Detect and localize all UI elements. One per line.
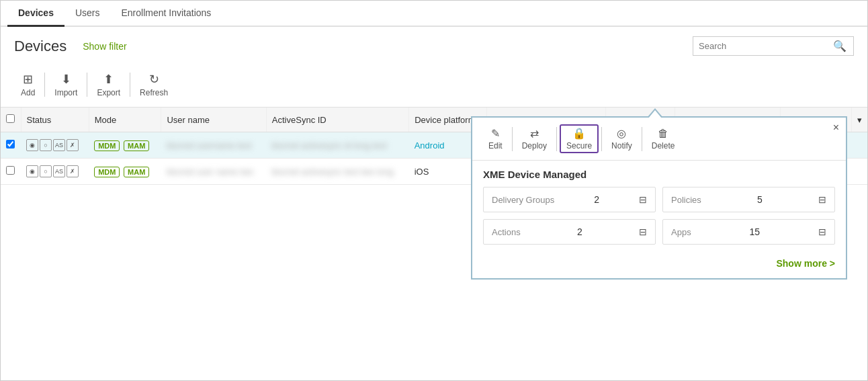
apps-count: 15 <box>750 226 761 237</box>
search-icon[interactable]: 🔍 <box>833 40 847 52</box>
import-button[interactable]: ⬇ Import <box>48 69 84 100</box>
row2-checkbox-cell[interactable] <box>1 159 21 185</box>
popup-divider-2 <box>556 127 557 151</box>
row1-extra <box>852 132 868 159</box>
policies-icon: ⊟ <box>818 194 826 205</box>
page-header: Devices Show filter 🔍 <box>1 27 867 65</box>
badge-mam: MAM <box>124 140 149 151</box>
popup-deploy-button[interactable]: ⇄ Deploy <box>515 124 554 153</box>
delivery-groups-count: 2 <box>594 194 599 205</box>
header-status: Status <box>21 108 89 132</box>
popup-edit-button[interactable]: ✎ Edit <box>482 124 509 153</box>
row1-mode: MDM MAM <box>89 132 161 159</box>
popup-cards-grid: Delivery Groups 2 ⊟ Policies 5 ⊟ Actions… <box>472 187 846 251</box>
delivery-groups-card[interactable]: Delivery Groups 2 ⊟ <box>483 187 656 212</box>
add-icon: ⊞ <box>23 72 33 87</box>
export-icon: ⬆ <box>103 72 114 87</box>
policies-label: Policies <box>671 195 701 205</box>
export-label: Export <box>97 88 120 97</box>
badge-mdm: MDM <box>94 140 120 151</box>
row1-activesync-id: blurred activesync id long text <box>266 132 408 159</box>
row2-activesync-id: blurred activesync text two long <box>266 159 408 185</box>
delete-label: Delete <box>652 141 675 151</box>
status-icon-2: ○ <box>40 139 52 151</box>
popup-title: XME Device Managed <box>472 161 846 187</box>
show-more-link[interactable]: Show more > <box>776 258 835 269</box>
popup-divider-4 <box>642 127 642 151</box>
row1-username: blurred username text <box>161 132 266 159</box>
row1-status: ◉ ○ AS ✗ <box>21 132 89 159</box>
policies-card[interactable]: Policies 5 ⊟ <box>662 187 835 212</box>
refresh-button[interactable]: ↻ Refresh <box>133 69 175 100</box>
status-icon-4: ✗ <box>67 139 79 151</box>
status-icon-3: AS <box>53 139 65 151</box>
row2-mode: MDM MAM <box>89 159 161 185</box>
status-icon-5: ◉ <box>26 165 38 177</box>
header-select-all[interactable] <box>1 108 21 132</box>
status-icon-7: AS <box>53 165 65 177</box>
popup-secure-button[interactable]: 🔒 Secure <box>560 124 599 153</box>
row1-checkbox[interactable] <box>6 140 15 149</box>
policies-count: 5 <box>757 194 763 205</box>
popup-divider-1 <box>512 127 513 151</box>
deploy-icon: ⇄ <box>530 127 539 140</box>
popup-toolbar: ✎ Edit ⇄ Deploy 🔒 Secure ◎ Notify 🗑 Dele… <box>472 118 846 161</box>
page-title: Devices <box>14 38 67 55</box>
tab-devices[interactable]: Devices <box>7 1 64 27</box>
import-icon: ⬇ <box>61 72 71 87</box>
row2-extra <box>852 159 868 185</box>
row2-username: blurred user name two <box>161 159 266 185</box>
device-detail-popup: × ✎ Edit ⇄ Deploy 🔒 Secure ◎ Notify <box>471 116 847 280</box>
header-mode: Mode <box>89 108 161 132</box>
popup-notify-button[interactable]: ◎ Notify <box>605 124 639 153</box>
android-link[interactable]: Android <box>415 140 445 151</box>
row2-checkbox[interactable] <box>6 166 15 175</box>
export-button[interactable]: ⬆ Export <box>90 69 127 100</box>
apps-icon: ⊟ <box>818 226 826 237</box>
status-icon-6: ○ <box>40 165 52 177</box>
apps-label: Apps <box>671 227 691 237</box>
delete-icon: 🗑 <box>658 128 668 140</box>
show-filter-link[interactable]: Show filter <box>83 41 126 52</box>
popup-arrow-inner <box>648 110 662 118</box>
toolbar-divider-2 <box>87 73 87 97</box>
edit-icon: ✎ <box>491 127 500 140</box>
row1-checkbox-cell[interactable] <box>1 132 21 159</box>
top-navigation: Devices Users Enrollment Invitations <box>1 1 867 27</box>
popup-close-button[interactable]: × <box>833 122 839 134</box>
add-label: Add <box>21 88 35 97</box>
row1-status-icons: ◉ ○ AS ✗ <box>26 139 83 151</box>
actions-label: Actions <box>492 227 521 237</box>
delivery-groups-label: Delivery Groups <box>492 195 554 205</box>
header-username: User name <box>161 108 266 132</box>
toolbar-divider-1 <box>44 73 45 97</box>
refresh-label: Refresh <box>140 88 168 97</box>
header-more[interactable]: ▾ <box>852 108 868 132</box>
popup-divider-3 <box>601 127 602 151</box>
notify-icon: ◎ <box>617 127 626 140</box>
import-label: Import <box>54 88 77 97</box>
toolbar-divider-3 <box>130 73 130 97</box>
delivery-groups-icon: ⊟ <box>639 194 647 205</box>
apps-card[interactable]: Apps 15 ⊟ <box>662 219 835 245</box>
status-icon-1: ◉ <box>26 139 38 151</box>
actions-icon: ⊟ <box>639 226 647 237</box>
header-activesync-id: ActiveSync ID <box>266 108 408 132</box>
main-toolbar: ⊞ Add ⬇ Import ⬆ Export ↻ Refresh <box>1 65 867 108</box>
status-icon-8: ✗ <box>67 165 79 177</box>
badge-mdm-2: MDM <box>94 167 120 177</box>
tab-users[interactable]: Users <box>64 1 111 27</box>
select-all-checkbox[interactable] <box>6 114 15 123</box>
notify-label: Notify <box>611 141 632 151</box>
search-box: 🔍 <box>693 36 854 56</box>
add-button[interactable]: ⊞ Add <box>14 69 42 100</box>
popup-delete-button[interactable]: 🗑 Delete <box>645 125 682 153</box>
row2-status-icons: ◉ ○ AS ✗ <box>26 165 83 177</box>
deploy-label: Deploy <box>522 141 547 151</box>
actions-count: 2 <box>577 226 582 237</box>
refresh-icon: ↻ <box>149 72 159 87</box>
row2-status: ◉ ○ AS ✗ <box>21 159 89 185</box>
tab-enrollment-invitations[interactable]: Enrollment Invitations <box>111 1 222 27</box>
search-input[interactable] <box>699 41 833 51</box>
actions-card[interactable]: Actions 2 ⊟ <box>483 219 656 245</box>
